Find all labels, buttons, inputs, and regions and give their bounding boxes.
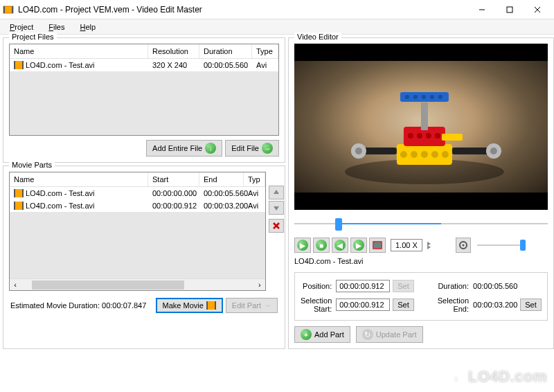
maximize-button[interactable] [496,1,524,18]
add-entire-file-button[interactable]: Add Entire File↓ [146,140,222,157]
col-resolution[interactable]: Resolution [148,44,199,58]
video-frame [294,61,548,193]
movie-parts-title: Movie Parts [9,161,55,169]
update-part-button[interactable]: ↻Update Part [356,326,423,343]
list-row[interactable]: LO4D.com - Test.avi 00:00:00.912 00:00:0… [10,199,265,212]
window-title: LO4D.com - Project VEM.vem - Video Edit … [18,5,468,15]
app-icon [3,4,14,15]
menubar: Project Files Help [0,19,554,35]
close-button[interactable] [524,1,551,18]
position-input[interactable] [336,280,390,292]
menu-project[interactable]: Project [3,21,40,33]
horizontal-scrollbar[interactable]: ‹ › [10,278,265,290]
col-name[interactable]: Name [10,172,148,186]
svg-point-24 [413,95,418,99]
svg-point-15 [442,151,449,158]
estimated-label: Estimated Movie Duration: [10,301,100,310]
col-start[interactable]: Start [148,172,199,186]
current-file-label: LO4D.com - Test.avi [294,257,548,265]
duration-label: Duration: [417,282,470,290]
svg-point-11 [400,151,407,158]
video-editor-group: Video Editor [288,37,554,349]
sel-start-input[interactable] [336,299,390,311]
svg-point-20 [435,133,440,139]
timeline-slider[interactable] [294,215,548,232]
svg-point-19 [426,133,431,139]
svg-rect-0 [3,6,13,13]
plus-icon: + [301,329,312,340]
svg-rect-34 [442,134,463,141]
menu-help[interactable]: Help [73,21,103,33]
col-type[interactable]: Typ [244,172,265,186]
svg-point-18 [417,133,422,139]
video-preview [294,44,548,210]
svg-rect-4 [507,7,512,12]
arrow-down-icon: ↓ [205,143,216,154]
stop-button[interactable]: ■ [313,238,330,253]
video-editor-title: Video Editor [294,33,341,41]
col-name[interactable]: Name [10,44,148,58]
svg-point-30 [355,148,362,154]
minimize-button[interactable] [468,1,496,18]
step-forward-button[interactable]: ▶ [350,238,367,253]
svg-point-33 [490,148,497,154]
timeline-thumb[interactable] [335,218,342,231]
svg-point-17 [408,133,413,139]
col-end[interactable]: End [199,172,244,186]
sel-end-value: 00:00:03.200 [473,301,517,309]
sel-end-set-button[interactable]: Set [520,299,542,311]
add-part-button[interactable]: +Add Part [294,326,350,343]
speed-display: 1.00 X [391,239,422,251]
col-type[interactable]: Type [252,44,278,58]
project-files-list[interactable]: Name Resolution Duration Type LO4D.com -… [9,44,279,136]
svg-rect-21 [421,103,428,130]
svg-point-26 [430,95,434,99]
titlebar: LO4D.com - Project VEM.vem - Video Edit … [0,0,554,19]
svg-point-23 [405,95,409,99]
film-icon [14,61,24,69]
sel-start-set-button[interactable]: Set [393,299,414,311]
position-info-box: Position: Set Duration: 00:00:05.560 Sel… [294,272,548,321]
col-duration[interactable]: Duration [199,44,252,58]
arrow-right-icon: → [262,143,273,154]
film-icon [206,301,216,310]
film-icon [14,202,24,210]
settings-button[interactable] [456,238,471,253]
svg-rect-1 [3,6,5,13]
move-down-button[interactable] [269,201,284,215]
edit-file-button[interactable]: Edit File→ [225,140,279,157]
menu-files[interactable]: Files [42,21,71,33]
list-row[interactable]: LO4D.com - Test.avi 00:00:00.000 00:00:0… [10,187,265,199]
watermark: ↓LO4D.com [447,368,547,386]
movie-parts-group: Movie Parts Name Start End Typ LO4D.com … [3,166,285,349]
edit-part-button[interactable]: Edit Part → [226,298,278,313]
estimated-value: 00:00:07.847 [102,301,146,310]
svg-point-27 [438,95,443,99]
position-set-button[interactable]: Set [393,280,414,292]
move-up-button[interactable] [269,186,284,199]
svg-rect-2 [12,6,13,13]
svg-point-38 [462,244,464,247]
project-files-group: Project Files Name Resolution Duration T… [3,37,285,163]
svg-rect-36 [374,242,381,248]
list-row[interactable]: LO4D.com - Test.avi 320 X 240 00:00:05.5… [10,59,278,71]
step-back-button[interactable]: ◀ [332,238,348,253]
sel-start-label: Selection Start: [301,296,333,313]
make-movie-button[interactable]: Make Movie [156,298,223,313]
delete-button[interactable] [269,219,284,233]
sel-end-label: Selection End: [417,296,470,313]
svg-point-14 [431,151,438,158]
position-label: Position: [301,282,333,290]
duration-value: 00:00:05.560 [473,282,517,290]
volume-slider[interactable] [477,244,526,246]
svg-point-13 [421,151,428,158]
project-files-title: Project Files [9,33,57,41]
play-button[interactable]: ▶ [294,238,311,253]
svg-point-12 [411,151,418,158]
snapshot-button[interactable] [369,238,386,253]
svg-point-25 [422,95,426,99]
film-icon [14,189,24,197]
movie-parts-list[interactable]: Name Start End Typ LO4D.com - Test.avi 0… [9,172,266,291]
